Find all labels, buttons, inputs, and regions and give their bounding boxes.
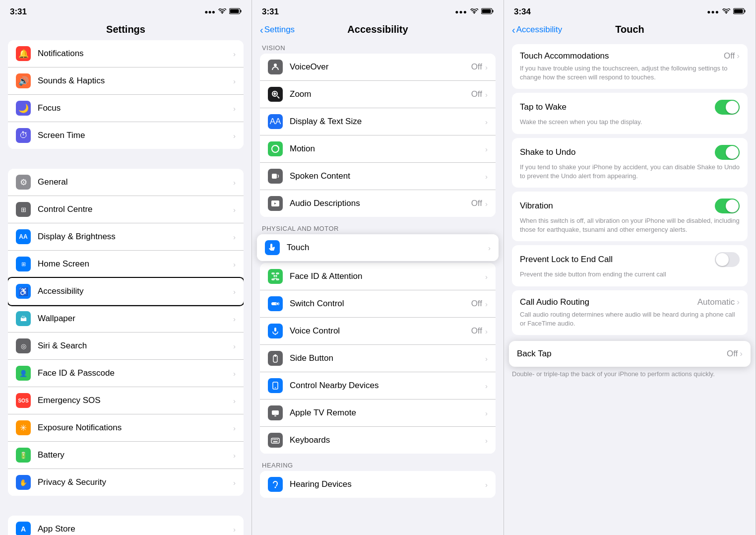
status-icons-1: ●●● (204, 7, 242, 16)
home-screen-icon: ⊞ (16, 257, 31, 271)
settings-item-battery[interactable]: 🔋 Battery › (8, 442, 244, 469)
appstore-label: App Store (38, 524, 233, 534)
home-screen-chevron: › (233, 260, 236, 268)
control-centre-chevron: › (233, 205, 236, 214)
display-text-icon: AA (268, 114, 283, 129)
settings-item-screen-time[interactable]: ⏱ Screen Time › (8, 122, 244, 149)
touch-scroll[interactable]: Touch Accommodations Off › If you have t… (504, 40, 756, 535)
zoom-item[interactable]: Zoom Off › (260, 81, 496, 108)
svg-rect-31 (272, 439, 273, 440)
settings-item-general[interactable]: ⚙ General › (8, 169, 244, 196)
touch-title: Touch (615, 24, 644, 35)
prevent-lock-toggle[interactable] (715, 252, 740, 267)
appletv-chevron: › (485, 409, 488, 417)
switch-value: Off (471, 299, 482, 309)
accessibility-back-button[interactable]: ‹ Settings (260, 25, 295, 35)
zoom-icon (268, 87, 283, 102)
vision-list: VoiceOver Off › Zoom Off › AA Display & … (260, 54, 496, 217)
side-btn-icon (268, 351, 283, 366)
settings-item-faceid[interactable]: 👤 Face ID & Passcode › (8, 360, 244, 387)
switch-icon (268, 296, 283, 311)
touch-item[interactable]: Touch › (257, 234, 499, 261)
screen-time-icon: ⏱ (16, 128, 31, 143)
svg-rect-29 (274, 415, 276, 416)
settings-section-2: ⚙ General › ⊞ Control Centre › AA Displa… (0, 169, 252, 496)
touch-accommodations-row[interactable]: Touch Accommodations Off › If you have t… (512, 44, 748, 89)
privacy-icon: ✋ (16, 475, 31, 490)
accessibility-chevron: › (233, 287, 236, 296)
privacy-chevron: › (233, 478, 236, 487)
voiceover-chevron: › (485, 63, 488, 71)
shake-undo-toggle[interactable] (715, 145, 740, 160)
control-centre-label: Control Centre (38, 204, 233, 214)
voiceover-label: VoiceOver (290, 62, 471, 72)
appstore-chevron: › (233, 525, 236, 534)
settings-item-home-screen[interactable]: ⊞ Home Screen › (8, 251, 244, 278)
settings-item-focus[interactable]: 🌙 Focus › (8, 95, 244, 122)
settings-item-notifications[interactable]: 🔔 Notifications › (8, 40, 244, 67)
zoom-value: Off (471, 89, 482, 99)
call-audio-value: Automatic (697, 297, 735, 307)
settings-item-display[interactable]: AA Display & Brightness › (8, 223, 244, 251)
touch-acc-value: Off (724, 51, 735, 61)
svg-point-19 (276, 275, 277, 276)
settings-list-3: A App Store › (8, 516, 244, 535)
voiceover-item[interactable]: VoiceOver Off › (260, 54, 496, 81)
settings-item-accessibility[interactable]: ♿ Accessibility › (8, 278, 244, 305)
faceid-chevron: › (233, 369, 236, 378)
settings-list-1: 🔔 Notifications › 🔊 Sounds & Haptics › 🌙… (8, 40, 244, 149)
keyboards-item[interactable]: Keyboards › (260, 427, 496, 454)
faceid-att-item[interactable]: Face ID & Attention › (260, 263, 496, 290)
touch-back-button[interactable]: ‹ Accessibility (512, 25, 562, 35)
call-audio-row[interactable]: Call Audio Routing Automatic › Call audi… (512, 290, 748, 335)
settings-item-appstore[interactable]: A App Store › (8, 516, 244, 535)
status-icons-3: ●●● (707, 7, 746, 16)
back-tap-row[interactable]: Back Tap Off › (509, 341, 751, 367)
side-btn-label: Side Button (290, 353, 485, 363)
settings-scroll[interactable]: 🔔 Notifications › 🔊 Sounds & Haptics › 🌙… (0, 40, 252, 535)
sounds-label: Sounds & Haptics (38, 76, 233, 86)
settings-panel: 3:31 ●●● Settings 🔔 Notifications › (0, 0, 252, 535)
status-icons-2: ●●● (455, 7, 494, 16)
settings-item-emergency[interactable]: SOS Emergency SOS › (8, 387, 244, 414)
settings-item-control-centre[interactable]: ⊞ Control Centre › (8, 196, 244, 223)
svg-rect-35 (273, 441, 278, 442)
focus-label: Focus (38, 103, 233, 113)
zoom-chevron: › (485, 90, 488, 99)
svg-rect-32 (274, 439, 275, 440)
settings-section-3: A App Store › (0, 516, 252, 535)
spoken-item[interactable]: Spoken Content › (260, 163, 496, 190)
side-btn-item[interactable]: Side Button › (260, 345, 496, 372)
call-audio-desc: Call audio routing determines where audi… (520, 310, 740, 328)
vibration-toggle[interactable] (715, 199, 740, 213)
hearing-item[interactable]: Hearing Devices › (260, 471, 496, 498)
spoken-chevron: › (485, 172, 488, 181)
motion-icon (268, 141, 283, 156)
battery-icon-3 (733, 7, 746, 16)
emergency-icon: SOS (16, 393, 31, 408)
tap-wake-toggle[interactable] (715, 100, 740, 115)
settings-item-exposure[interactable]: ✳ Exposure Notifications › (8, 414, 244, 442)
appletv-item[interactable]: Apple TV Remote › (260, 400, 496, 427)
physical-list: Face ID & Attention › Switch Control Off… (260, 263, 496, 454)
display-text-item[interactable]: AA Display & Text Size › (260, 108, 496, 135)
switch-item[interactable]: Switch Control Off › (260, 290, 496, 318)
spoken-icon (268, 169, 283, 184)
nearby-item[interactable]: Control Nearby Devices › (260, 372, 496, 400)
hearing-chevron: › (485, 480, 488, 489)
physical-section: PHYSICAL AND MOTOR Touch › Face ID & Att… (252, 221, 504, 454)
settings-item-sounds[interactable]: 🔊 Sounds & Haptics › (8, 67, 244, 95)
motion-item[interactable]: Motion › (260, 135, 496, 163)
general-chevron: › (233, 178, 236, 187)
nearby-label: Control Nearby Devices (290, 381, 485, 391)
settings-item-wallpaper[interactable]: 🏔 Wallpaper › (8, 305, 244, 333)
svg-rect-15 (276, 273, 279, 274)
accessibility-scroll[interactable]: VISION VoiceOver Off › Zoom Off › (252, 40, 504, 535)
voiceover-icon (268, 60, 283, 74)
battery-label: Battery (38, 450, 233, 460)
settings-item-privacy[interactable]: ✋ Privacy & Security › (8, 469, 244, 496)
settings-item-siri[interactable]: ◎ Siri & Search › (8, 333, 244, 360)
svg-rect-17 (276, 279, 279, 280)
audio-desc-item[interactable]: Audio Descriptions Off › (260, 190, 496, 217)
voice-ctrl-item[interactable]: Voice Control Off › (260, 318, 496, 345)
